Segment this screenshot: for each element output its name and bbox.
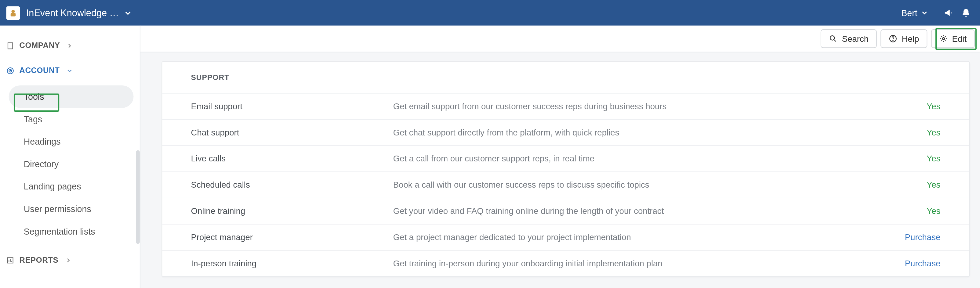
sidebar-item-tags[interactable]: Tags: [9, 108, 134, 131]
row-name: Online training: [191, 207, 393, 216]
help-label: Help: [902, 34, 919, 43]
sidebar-item-label: Headings: [24, 137, 61, 147]
content: Search Help Edit SUPPORT Email support: [140, 25, 980, 288]
row-name: Email support: [191, 101, 393, 111]
table-row: Project manager Get a project manager de…: [162, 224, 969, 250]
row-desc: Book a call with our customer success re…: [393, 180, 872, 190]
app-switcher-chevron[interactable]: [124, 8, 133, 17]
row-status-purchase[interactable]: Purchase: [872, 259, 940, 268]
row-desc: Get a project manager dedicated to your …: [393, 233, 872, 242]
top-bar: InEvent Knowledge … Bert: [0, 0, 980, 25]
row-status: Yes: [872, 101, 940, 111]
sidebar-section-account[interactable]: ACCOUNT: [6, 62, 134, 79]
row-name: Scheduled calls: [191, 180, 393, 190]
sidebar-item-segmentation-lists[interactable]: Segmentation lists: [9, 220, 134, 243]
sidebar-item-label: Segmentation lists: [24, 226, 95, 236]
table-row: Scheduled calls Book a call with our cus…: [162, 171, 969, 198]
row-status: Yes: [872, 207, 940, 216]
row-desc: Get chat support directly from the platf…: [393, 128, 872, 137]
sidebar-reports-label: REPORTS: [19, 256, 58, 264]
sidebar-scrollbar[interactable]: [136, 150, 140, 244]
row-desc: Get a call from our customer support rep…: [393, 154, 872, 163]
sidebar-item-label: Tags: [24, 114, 42, 124]
sidebar-item-tools[interactable]: Tools: [9, 85, 134, 108]
table-row: Online training Get your video and FAQ t…: [162, 198, 969, 224]
row-desc: Get your video and FAQ training online d…: [393, 207, 872, 216]
sidebar-item-label: Directory: [24, 159, 59, 169]
row-name: Live calls: [191, 154, 393, 163]
user-name: Bert: [901, 8, 917, 18]
table-row: In-person training Get training in-perso…: [162, 250, 969, 276]
support-card: SUPPORT Email support Get email support …: [162, 61, 970, 277]
sidebar-item-directory[interactable]: Directory: [9, 153, 134, 176]
svg-point-15: [942, 38, 944, 40]
user-menu[interactable]: Bert: [901, 8, 928, 18]
notifications-icon[interactable]: [957, 4, 975, 21]
sidebar-item-label: User permissions: [24, 204, 91, 214]
toolbar: Search Help Edit: [140, 25, 980, 52]
sidebar-item-label: Landing pages: [24, 182, 81, 191]
row-name: Project manager: [191, 233, 393, 242]
row-status: Yes: [872, 180, 940, 190]
sidebar-company-label: COMPANY: [19, 41, 60, 50]
svg-point-14: [892, 40, 893, 41]
svg-point-6: [10, 70, 11, 71]
row-desc: Get email support from our customer succ…: [393, 101, 872, 111]
row-desc: Get training in-person during your onboa…: [393, 259, 872, 268]
sidebar-section-company[interactable]: COMPANY: [6, 37, 134, 54]
announcements-icon[interactable]: [940, 4, 957, 21]
svg-rect-1: [11, 13, 16, 16]
edit-button[interactable]: Edit: [931, 29, 975, 48]
row-status-purchase[interactable]: Purchase: [872, 233, 940, 242]
row-name: Chat support: [191, 128, 393, 137]
sidebar-item-headings[interactable]: Headings: [9, 130, 134, 153]
row-status: Yes: [872, 154, 940, 163]
sidebar-item-user-permissions[interactable]: User permissions: [9, 198, 134, 220]
table-row: Live calls Get a call from our customer …: [162, 145, 969, 171]
search-label: Search: [842, 34, 869, 43]
table-row: Chat support Get chat support directly f…: [162, 119, 969, 145]
svg-point-0: [11, 9, 15, 13]
sidebar-item-label: Tools: [24, 92, 44, 101]
edit-label: Edit: [952, 34, 967, 43]
app-title: InEvent Knowledge …: [26, 8, 119, 18]
row-status: Yes: [872, 128, 940, 137]
card-title: SUPPORT: [162, 62, 969, 93]
svg-rect-2: [8, 43, 13, 49]
svg-line-12: [834, 40, 836, 41]
row-name: In-person training: [191, 259, 393, 268]
sidebar: COMPANY ACCOUNT Tools Tags Headings Dire…: [0, 25, 140, 288]
sidebar-account-label: ACCOUNT: [19, 66, 59, 75]
help-button[interactable]: Help: [880, 29, 927, 48]
app-logo: [6, 6, 20, 19]
svg-point-11: [830, 36, 835, 40]
sidebar-item-landing-pages[interactable]: Landing pages: [9, 175, 134, 198]
sidebar-account-items: Tools Tags Headings Directory Landing pa…: [6, 85, 134, 242]
table-row: Email support Get email support from our…: [162, 93, 969, 119]
search-button[interactable]: Search: [821, 29, 877, 48]
sidebar-section-reports[interactable]: REPORTS: [6, 252, 134, 269]
